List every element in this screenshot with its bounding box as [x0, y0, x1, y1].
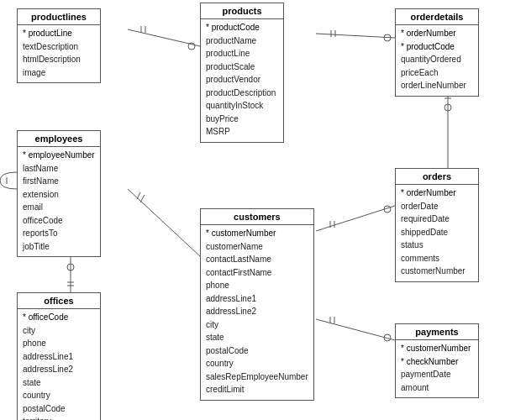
entity-body-products: * productCodeproductNameproductLineprodu…	[201, 19, 283, 142]
entity-body-productlines: * productLinetextDescriptionhtmlDescript…	[18, 25, 100, 82]
field-phone: phone	[23, 337, 95, 350]
field-jobtitle: jobTitle	[23, 240, 95, 254]
entity-employees: employees* employeeNumberlastNamefirstNa…	[17, 130, 101, 257]
field-textdescription: textDescription	[23, 40, 95, 54]
svg-point-20	[384, 206, 391, 213]
entity-header-payments: payments	[396, 324, 478, 340]
svg-line-17	[316, 206, 395, 231]
field-addressline1: addressLine1	[23, 350, 95, 364]
svg-point-12	[67, 264, 74, 270]
field-buyprice: buyPrice	[206, 113, 278, 126]
entity-header-employees: employees	[18, 131, 100, 147]
field---productline: * productLine	[23, 27, 95, 40]
field---ordernumber: * orderNumber	[401, 186, 473, 200]
field-image: image	[23, 66, 95, 80]
field---checknumber: * checkNumber	[401, 355, 473, 369]
field-quantityinstock: quantityInStock	[206, 99, 278, 113]
field-msrp: MSRP	[206, 125, 278, 139]
field---productcode: * productCode	[401, 40, 473, 54]
field-state: state	[206, 331, 308, 344]
svg-point-24	[444, 104, 451, 111]
svg-line-25	[316, 319, 395, 340]
field-status: status	[401, 239, 473, 252]
entity-body-orderdetails: * orderNumber* productCodequantityOrdere…	[396, 25, 478, 96]
field-amount: amount	[401, 381, 473, 395]
erd-diagram: productlines* productLinetextDescription…	[0, 0, 526, 420]
field-productname: productName	[206, 34, 278, 48]
field-contactfirstname: contactFirstName	[206, 266, 308, 280]
field-htmldescription: htmlDescription	[23, 53, 95, 66]
field-paymentdate: paymentDate	[401, 368, 473, 381]
field-requireddate: requiredDate	[401, 213, 473, 226]
entity-offices: offices* officeCodecityphoneaddressLine1…	[17, 292, 101, 420]
field-postalcode: postalCode	[23, 402, 95, 416]
field-reportsto: reportsTo	[23, 227, 95, 240]
entity-header-productlines: productlines	[18, 9, 100, 25]
field-postalcode: postalCode	[206, 344, 308, 358]
entity-header-orders: orders	[396, 169, 478, 185]
field---employeenumber: * employeeNumber	[23, 149, 95, 162]
field-salesrepemployeenumber: salesRepEmployeeNumber	[206, 370, 308, 384]
entity-body-orders: * orderNumberorderDaterequiredDateshippe…	[396, 185, 478, 281]
svg-line-13	[128, 189, 200, 256]
field---customernumber: * customerNumber	[206, 227, 308, 240]
entity-orders: orders* orderNumberorderDaterequiredDate…	[395, 168, 479, 282]
entity-customers: customers* customerNumbercustomerNamecon…	[200, 208, 314, 401]
entity-orderdetails: orderdetails* orderNumber* productCodequ…	[395, 8, 479, 97]
field-contactlastname: contactLastName	[206, 253, 308, 266]
field-addressline2: addressLine2	[206, 305, 308, 318]
field-lastname: lastName	[23, 162, 95, 176]
svg-line-14	[137, 192, 140, 199]
field-city: city	[23, 324, 95, 338]
field-state: state	[23, 376, 95, 390]
entity-payments: payments* customerNumber* checkNumberpay…	[395, 323, 479, 398]
field-orderlinenumber: orderLineNumber	[401, 79, 473, 92]
field-phone: phone	[206, 279, 308, 292]
field-firstname: firstName	[23, 175, 95, 188]
entity-productlines: productlines* productLinetextDescription…	[17, 8, 101, 83]
field---productcode: * productCode	[206, 21, 278, 34]
field-productvendor: productVendor	[206, 73, 278, 87]
field-productscale: productScale	[206, 60, 278, 74]
entity-header-offices: offices	[18, 293, 100, 309]
field-addressline1: addressLine1	[206, 292, 308, 306]
svg-line-4	[316, 34, 395, 38]
field-country: country	[206, 357, 308, 370]
field-city: city	[206, 318, 308, 332]
field-email: email	[23, 201, 95, 214]
svg-line-15	[140, 195, 145, 202]
field-priceeach: priceEach	[401, 66, 473, 80]
entity-body-payments: * customerNumber* checkNumberpaymentDate…	[396, 340, 478, 397]
entity-products: products* productCodeproductNameproductL…	[200, 3, 284, 143]
field-productline: productLine	[206, 47, 278, 60]
field-officecode: officeCode	[23, 214, 95, 228]
field-customername: customerName	[206, 240, 308, 254]
svg-point-3	[188, 43, 195, 50]
field-quantityordered: quantityOrdered	[401, 53, 473, 66]
svg-point-7	[384, 34, 391, 41]
entity-header-orderdetails: orderdetails	[396, 9, 478, 25]
svg-point-28	[384, 334, 391, 341]
field-customernumber: customerNumber	[401, 265, 473, 278]
field---customernumber: * customerNumber	[401, 342, 473, 355]
field-shippeddate: shippedDate	[401, 226, 473, 239]
svg-line-0	[128, 29, 200, 46]
entity-body-customers: * customerNumbercustomerNamecontactLastN…	[201, 225, 313, 400]
field-creditlimit: creditLimit	[206, 383, 308, 396]
field-orderdate: orderDate	[401, 200, 473, 213]
entity-header-customers: customers	[201, 209, 313, 225]
field-comments: comments	[401, 252, 473, 265]
field-extension: extension	[23, 188, 95, 202]
field---ordernumber: * orderNumber	[401, 27, 473, 40]
entity-header-products: products	[201, 3, 283, 19]
entity-body-offices: * officeCodecityphoneaddressLine1address…	[18, 309, 100, 420]
field---officecode: * officeCode	[23, 311, 95, 324]
entity-body-employees: * employeeNumberlastNamefirstNameextensi…	[18, 147, 100, 256]
field-country: country	[23, 389, 95, 402]
field-territory: territory	[23, 415, 95, 420]
field-productdescription: productDescription	[206, 87, 278, 100]
field-addressline2: addressLine2	[23, 363, 95, 376]
